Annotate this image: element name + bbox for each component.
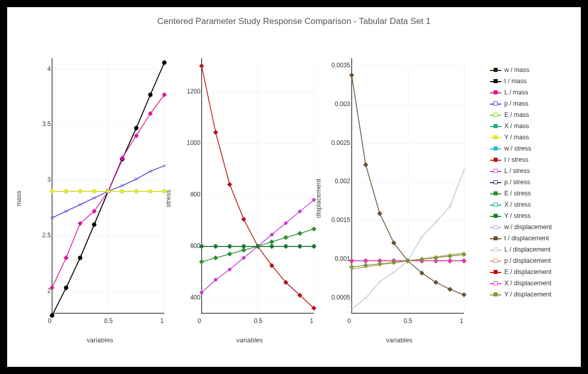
- legend-item[interactable]: Y / stress: [490, 210, 572, 221]
- series-marker: [420, 235, 423, 238]
- legend-label: E / stress: [504, 190, 531, 197]
- legend-item[interactable]: E / mass: [490, 109, 572, 120]
- legend-item[interactable]: t / displacement: [490, 233, 572, 244]
- legend-item[interactable]: w / displacement: [490, 221, 572, 233]
- legend-item[interactable]: w / stress: [490, 143, 572, 154]
- legend-swatch: [490, 123, 501, 129]
- legend: w / masst / massL / massp / massE / mass…: [490, 64, 572, 300]
- series-line: [202, 66, 314, 308]
- legend-swatch: [490, 179, 501, 185]
- series-marker: [271, 233, 274, 236]
- legend-label: X / displacement: [504, 280, 551, 287]
- legend-label: E / mass: [504, 111, 529, 118]
- series-marker: [434, 220, 437, 223]
- series-line: [352, 170, 464, 310]
- legend-label: p / stress: [504, 179, 530, 186]
- legend-item[interactable]: p / stress: [490, 177, 572, 188]
- legend-item[interactable]: E / stress: [490, 188, 572, 199]
- legend-item[interactable]: t / mass: [490, 76, 572, 87]
- legend-swatch: [490, 280, 501, 286]
- legend-item[interactable]: p / displacement: [490, 255, 572, 266]
- series-marker: [312, 227, 316, 231]
- legend-label: Y / mass: [504, 134, 529, 141]
- series-marker: [392, 271, 395, 274]
- series-marker: [228, 268, 231, 271]
- legend-swatch: [490, 157, 501, 163]
- series-marker: [200, 64, 204, 68]
- series-marker: [228, 252, 232, 256]
- legend-label: E / displacement: [504, 268, 551, 276]
- legend-item[interactable]: E / displacement: [490, 266, 572, 278]
- legend-item[interactable]: L / stress: [490, 165, 572, 177]
- series-marker: [65, 210, 68, 213]
- legend-swatch: [490, 101, 501, 107]
- chart-title: Centered Parameter Study Response Compar…: [7, 16, 581, 27]
- legend-label: L / mass: [504, 89, 528, 96]
- series-marker: [364, 296, 367, 300]
- series-marker: [350, 259, 353, 262]
- legend-swatch: [490, 168, 501, 174]
- legend-swatch: [490, 134, 501, 140]
- legend-label: X / stress: [504, 201, 531, 208]
- series-marker: [364, 259, 367, 262]
- legend-label: w / stress: [504, 145, 531, 152]
- ylabel-disp: displacement: [314, 179, 322, 218]
- series-marker: [270, 240, 274, 244]
- legend-label: w / mass: [504, 66, 529, 73]
- legend-swatch: [490, 67, 501, 73]
- legend-item[interactable]: t / stress: [490, 154, 572, 165]
- legend-label: t / displacement: [504, 235, 549, 242]
- legend-label: p / displacement: [504, 257, 551, 264]
- legend-label: p / mass: [504, 100, 528, 107]
- series-marker: [363, 163, 368, 167]
- series-marker: [134, 134, 138, 138]
- ylabel-mass: mass: [15, 190, 22, 206]
- series-marker: [298, 231, 302, 235]
- series-marker: [349, 265, 353, 269]
- legend-swatch: [490, 258, 501, 264]
- series-marker: [448, 287, 452, 291]
- series-marker: [377, 211, 381, 215]
- series-marker: [135, 178, 138, 181]
- plot-row: massvariables22.533.5400.51 stressvariab…: [28, 53, 477, 344]
- legend-label: t / stress: [504, 156, 528, 163]
- series-marker: [284, 235, 288, 239]
- ylabel-stress: stress: [164, 190, 172, 208]
- series-marker: [448, 259, 451, 262]
- series-marker: [284, 221, 287, 225]
- legend-item[interactable]: Y / displacement: [490, 289, 572, 300]
- legend-swatch: [490, 291, 501, 297]
- legend-label: L / displacement: [504, 246, 551, 253]
- series-marker: [93, 196, 96, 200]
- series-marker: [433, 280, 437, 284]
- legend-item[interactable]: L / mass: [490, 87, 572, 98]
- legend-label: t / mass: [504, 78, 527, 85]
- plot-stress: stressvariables4006008001000120000.51: [177, 53, 322, 344]
- chart-frame: Centered Parameter Study Response Compar…: [7, 7, 581, 367]
- series-marker: [228, 182, 232, 186]
- legend-swatch: [490, 235, 501, 241]
- legend-swatch: [490, 269, 501, 275]
- series-marker: [214, 256, 218, 260]
- legend-swatch: [490, 190, 501, 196]
- legend-item[interactable]: p / mass: [490, 98, 572, 109]
- legend-label: Y / displacement: [504, 291, 551, 298]
- series-marker: [214, 278, 217, 281]
- legend-item[interactable]: w / mass: [490, 64, 572, 76]
- legend-item[interactable]: L / displacement: [490, 244, 572, 255]
- legend-swatch: [490, 78, 501, 84]
- legend-item[interactable]: Y / mass: [490, 132, 572, 143]
- series-marker: [214, 130, 218, 134]
- legend-swatch: [490, 202, 501, 208]
- series-marker: [200, 291, 203, 294]
- series-marker: [462, 259, 465, 262]
- plot-disp: displacementvariables0.00050.0010.00150.…: [327, 53, 472, 344]
- legend-label: w / displacement: [504, 223, 552, 231]
- legend-item[interactable]: X / stress: [490, 199, 572, 210]
- legend-item[interactable]: X / displacement: [490, 278, 572, 289]
- legend-item[interactable]: X / mass: [490, 120, 572, 132]
- legend-swatch: [490, 145, 501, 152]
- series-marker: [50, 286, 54, 290]
- series-marker: [349, 73, 353, 77]
- legend-label: L / stress: [504, 167, 530, 174]
